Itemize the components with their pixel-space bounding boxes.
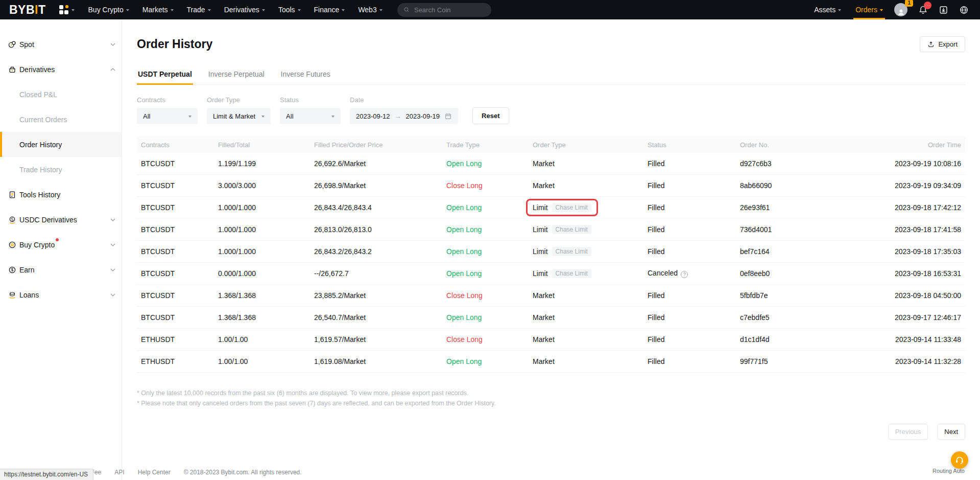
sidebar-item-buy-crypto[interactable]: Buy Crypto	[0, 232, 122, 257]
cell-contracts: BTCUSDT	[141, 181, 218, 190]
avatar[interactable]: 1	[894, 3, 907, 16]
order-history-table: ContractsFilled/TotalFilled Price/Order …	[137, 136, 965, 373]
cell-status: Filled	[648, 225, 740, 234]
next-page-button[interactable]: Next	[937, 424, 965, 440]
cell-status: Canceled?	[648, 269, 740, 279]
sidebar-item-loans[interactable]: Loans	[0, 282, 122, 307]
sidebar-item-closed-p-l[interactable]: Closed P&L	[0, 82, 122, 107]
apps-grid-icon	[59, 5, 68, 14]
table-row: ETHUSDT1.00/1.001,619.57/MarketClose Lon…	[137, 329, 965, 351]
chevron-down-icon	[331, 116, 334, 118]
support-chat-button[interactable]	[951, 451, 968, 469]
sidebar-item-earn[interactable]: Earn	[0, 257, 122, 282]
pagination: Previous Next	[137, 424, 965, 440]
status-select[interactable]: All	[280, 108, 341, 124]
column-header-trade-type: Trade Type	[446, 141, 533, 149]
chevron-down-icon	[262, 9, 265, 11]
cell-filled-total: 3.000/3.000	[218, 181, 314, 190]
chevron-down-icon	[110, 293, 115, 296]
search-box[interactable]	[397, 3, 491, 17]
column-header-order-type: Order Type	[533, 141, 648, 149]
cell-filled-total: 1.000/1.000	[218, 247, 314, 256]
cell-trade-type: Open Long	[446, 159, 533, 168]
contracts-filter-label: Contracts	[137, 96, 198, 104]
nav-item-finance[interactable]: Finance	[307, 0, 352, 19]
new-badge-dot	[56, 238, 59, 241]
earn-icon	[8, 265, 17, 275]
page-title: Order History	[137, 37, 212, 51]
column-header-order-time: Order Time	[883, 141, 961, 149]
sidebar-item-current-orders[interactable]: Current Orders	[0, 107, 122, 132]
footer-link-help-center[interactable]: Help Center	[138, 469, 171, 476]
cell-order-no: 5fbfdb7e	[740, 291, 883, 300]
table-row: BTCUSDT0.000/1.000--/26,672.7Open LongLi…	[137, 263, 965, 285]
footer-link-api[interactable]: API	[114, 469, 124, 476]
cell-status: Filled	[648, 291, 740, 300]
date-filter-label: Date	[350, 96, 458, 104]
reset-button[interactable]: Reset	[472, 107, 509, 124]
tab-usdt-perpetual[interactable]: USDT Perpetual	[137, 65, 193, 84]
previous-page-button[interactable]: Previous	[888, 424, 928, 440]
table-row: BTCUSDT3.000/3.00026,698.9/MarketClose L…	[137, 175, 965, 197]
cell-filled-total: 1.199/1.199	[218, 159, 314, 168]
chevron-down-icon	[171, 9, 174, 11]
search-input[interactable]	[413, 6, 485, 14]
cell-filled-price: 26,843.4/26,843.4	[314, 203, 446, 212]
nav-item-buy-crypto[interactable]: Buy Crypto	[82, 0, 136, 19]
cell-status: Filled	[648, 247, 740, 256]
sidebar-item-trade-history[interactable]: Trade History	[0, 157, 122, 182]
bybit-logo[interactable]: BYBIT	[9, 3, 46, 17]
sidebar-item-spot[interactable]: Spot	[0, 32, 122, 57]
top-navigation: BYBIT Buy CryptoMarketsTradeDerivativesT…	[0, 0, 980, 19]
sidebar-item-label: Order History	[19, 141, 62, 149]
language-button[interactable]	[954, 0, 973, 19]
contracts-select[interactable]: All	[137, 108, 198, 124]
cell-order-time: 2023-09-14 11:33:48	[883, 335, 961, 344]
sidebar-item-label: Closed P&L	[19, 90, 57, 99]
nav-item-trade[interactable]: Trade	[180, 0, 218, 19]
copyright: © 2018-2023 Bybit.com. All rights reserv…	[184, 469, 302, 476]
cell-order-type: LimitChase Limit	[533, 199, 648, 216]
cell-trade-type: Close Long	[446, 181, 533, 190]
sidebar-item-order-history[interactable]: Order History	[0, 132, 122, 157]
globe-icon	[959, 5, 969, 15]
cell-order-type: Market	[533, 181, 648, 190]
column-header-contracts: Contracts	[141, 141, 218, 149]
info-question-icon[interactable]: ?	[681, 271, 688, 278]
sidebar-item-tools-history[interactable]: Tools History	[0, 182, 122, 207]
downloads-button[interactable]	[934, 0, 952, 19]
nav-item-assets[interactable]: Assets	[808, 0, 847, 19]
nav-item-tools[interactable]: Tools	[272, 0, 307, 19]
cell-trade-type: Open Long	[446, 225, 533, 234]
chevron-down-icon	[110, 243, 115, 246]
cell-trade-type: Open Long	[446, 269, 533, 278]
column-header-order-no: Order No.	[740, 141, 883, 149]
tab-inverse-perpetual[interactable]: Inverse Perpetual	[207, 65, 266, 84]
loans-icon	[8, 290, 17, 300]
date-to-value: 2023-09-19	[406, 112, 440, 120]
nav-menu: Buy CryptoMarketsTradeDerivativesToolsFi…	[82, 0, 389, 19]
export-button[interactable]: Export	[920, 36, 965, 52]
apps-menu-button[interactable]	[59, 5, 75, 14]
cell-order-no: 736d4001	[740, 225, 883, 234]
cell-order-type: LimitChase Limit	[533, 269, 648, 278]
sidebar-item-label: Buy Crypto	[19, 241, 55, 249]
nav-item-orders[interactable]: Orders	[849, 0, 889, 19]
nav-item-web3[interactable]: Web3	[351, 0, 389, 19]
sidebar-item-derivatives[interactable]: Derivatives	[0, 57, 122, 82]
cell-contracts: BTCUSDT	[141, 225, 218, 234]
notifications-button[interactable]: ···	[914, 0, 932, 19]
cell-filled-price: 1,619.57/Market	[314, 335, 446, 344]
nav-item-derivatives[interactable]: Derivatives	[218, 0, 272, 19]
derivatives-icon	[8, 65, 17, 74]
tab-inverse-futures[interactable]: Inverse Futures	[280, 65, 331, 84]
cell-trade-type: Close Long	[446, 335, 533, 344]
bell-badge: ···	[924, 2, 931, 9]
cell-order-time: 2023-09-18 17:42:12	[883, 203, 961, 212]
date-from-value: 2023-09-12	[356, 112, 390, 120]
sidebar-item-usdc-derivatives[interactable]: USDC Derivatives	[0, 207, 122, 232]
nav-item-markets[interactable]: Markets	[136, 0, 180, 19]
order-type-select[interactable]: Limit & Market	[207, 108, 271, 124]
cell-order-type: Market	[533, 159, 648, 168]
date-range-picker[interactable]: 2023-09-12 → 2023-09-19	[350, 108, 458, 124]
